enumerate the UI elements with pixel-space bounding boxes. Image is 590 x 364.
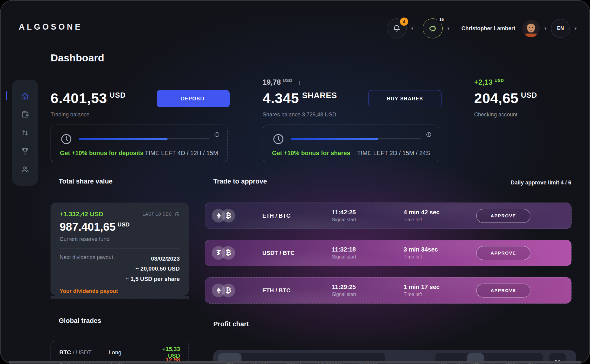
checking-change: +2,13 USD — [474, 78, 504, 86]
transfer-arrows-icon — [21, 128, 30, 137]
cashback-button[interactable]: 15 — [423, 18, 443, 38]
time-left: 1 min 17 sec Time left — [404, 284, 476, 297]
bell-icon — [392, 24, 401, 33]
notifications-button[interactable]: 4 — [387, 18, 407, 38]
checking-account-label: Checking account — [474, 112, 517, 118]
total-share-value-title: Total share value — [59, 177, 113, 185]
trade-row: ₮ ₿ USDT / BTC 11:32:18 Signal start 3 m… — [205, 240, 572, 266]
chevron-down-icon[interactable]: ▾ — [447, 26, 450, 31]
payout-total: ~ 20,000.50 USD — [126, 264, 180, 274]
piggy-bank-icon — [428, 24, 438, 33]
wallet-icon — [21, 110, 30, 119]
chevron-down-icon[interactable]: ▾ — [411, 26, 414, 31]
divider — [60, 249, 180, 249]
chevron-down-icon[interactable]: ▾ — [544, 26, 547, 31]
horizontal-scrollbar[interactable] — [8, 361, 582, 363]
sidebar-item-home[interactable] — [21, 92, 30, 101]
sidebar-item-wallet[interactable] — [21, 110, 30, 119]
users-icon — [21, 165, 30, 174]
time-left: 3 min 34sec Time left — [404, 246, 476, 260]
sidebar — [12, 80, 38, 186]
bonus-progress-fill — [79, 138, 168, 140]
approve-button[interactable]: APPROVE — [476, 209, 530, 223]
payout-per-share: ~ 1,5 USD per share — [126, 274, 180, 284]
trade-row: ₿ ETH / BTC 11:29:25 Signal start 1 min … — [205, 277, 572, 304]
reserve-fund-label: Current reserve fund — [60, 236, 180, 242]
trade-row: ₿ ETH / BTC 11:42:25 Signal start 4 min … — [205, 203, 572, 229]
profit-chart-title: Profit chart — [213, 320, 249, 328]
bonus-progress-track — [291, 138, 421, 139]
sidebar-item-transfers[interactable] — [21, 128, 30, 137]
bonus-time-left: TIME LEFT 4D / 12H / 15M — [145, 150, 218, 157]
trophy-icon — [21, 147, 30, 156]
bonus-message: Get +10% bonus for shares — [272, 150, 350, 157]
active-nav-indicator — [6, 91, 7, 100]
info-icon[interactable] — [426, 132, 432, 138]
user-name[interactable]: Christopher Lambert — [461, 25, 515, 32]
notifications-badge: 4 — [400, 18, 408, 26]
pair-coins: ₿ — [212, 284, 262, 297]
payout-date: 03/02/2023 — [126, 254, 180, 264]
your-dividends-payout-link[interactable]: Your dividends payout — [60, 288, 180, 294]
header-actions: 4 ▾ 15 ▾ Christopher Lambert — [387, 18, 577, 39]
signal-start: 11:32:18 Signal start — [332, 246, 404, 260]
shares-amount: 4.345SHARES — [263, 91, 337, 105]
daily-approve-limit: Daily approve limit 4 / 6 — [511, 180, 571, 186]
trade-pair: ETH / BTC — [262, 213, 332, 219]
deposit-button[interactable]: DEPOSIT — [157, 90, 230, 107]
sidebar-item-referrals[interactable] — [21, 165, 30, 174]
total-share-value-card: +1.332,42 USD LAST 10 SEC 987.401,65USD … — [51, 203, 189, 296]
approve-button[interactable]: APPROVE — [476, 246, 530, 260]
language-button[interactable]: EN — [551, 19, 570, 38]
deposit-bonus-card: Get +10% bonus for deposits TIME LEFT 4D… — [51, 125, 228, 163]
clock-icon — [272, 133, 285, 145]
cashback-badge: 15 — [437, 16, 446, 23]
checking-amount: 204,65USD — [474, 91, 537, 105]
price-up-icon: ↑ — [298, 79, 301, 86]
btc-icon: ₿ — [221, 209, 235, 223]
pair-coins: ₿ — [212, 209, 262, 223]
last-updated: LAST 10 SEC — [143, 212, 180, 217]
clock-icon — [60, 133, 73, 145]
trade-pair: ETH / BTC — [262, 287, 332, 294]
home-icon — [21, 92, 30, 101]
reserve-fund-amount: 987.401,65USD — [60, 221, 180, 232]
app-window: ALGOSONE 4 ▾ 15 ▾ Christopher Lambert — [0, 0, 590, 364]
chevron-down-icon[interactable]: ▾ — [574, 26, 577, 31]
trade-pair: USDT / BTC — [262, 250, 332, 256]
time-left: 4 min 42 sec Time left — [404, 209, 476, 223]
buy-shares-button[interactable]: BUY SHARES — [369, 90, 441, 107]
approve-button[interactable]: APPROVE — [476, 284, 530, 297]
trading-balance-label: Trading balance — [51, 112, 89, 118]
info-icon[interactable] — [214, 132, 220, 138]
shares-balance-label: Shares balance 3.729,43 USD — [263, 112, 336, 118]
bonus-time-left: TIME LEFT 2D / 15M / 24S — [357, 150, 430, 157]
signal-start: 11:29:25 Signal start — [332, 284, 404, 297]
avatar[interactable] — [522, 20, 540, 37]
trading-balance-amount: 6.401,53USD — [51, 91, 126, 105]
share-price: 19,78 USD ↑ — [263, 78, 301, 86]
next-payout-values: 03/02/2023 ~ 20,000.50 USD ~ 1,5 USD per… — [126, 254, 180, 284]
bonus-progress-track — [79, 138, 210, 139]
trade-to-approve-title: Trade to approve — [213, 177, 267, 185]
bonus-message: Get +10% bonus for deposits — [60, 150, 143, 157]
global-trades-title: Global trades — [59, 317, 101, 325]
signal-start: 11:42:25 Signal start — [332, 209, 404, 223]
shares-bonus-card: Get +10% bonus for shares TIME LEFT 2D /… — [263, 125, 439, 163]
btc-icon: ₿ — [221, 246, 235, 260]
share-value-change: +1.332,42 USD — [60, 210, 103, 218]
pair-coins: ₮ ₿ — [212, 246, 262, 260]
next-payout-label: Next dividends payout — [60, 254, 113, 284]
page-title: Dashboard — [51, 52, 104, 64]
global-trades-card: BTC / USDT Long +15,33 USD ETH / USDT Sh… — [51, 341, 189, 364]
avatar-image — [522, 20, 540, 37]
sidebar-item-rewards[interactable] — [21, 147, 30, 156]
btc-icon: ₿ — [221, 284, 235, 297]
bonus-progress-fill — [291, 138, 378, 140]
brand-logo: ALGOSONE — [19, 22, 83, 32]
clock-icon — [175, 212, 180, 217]
